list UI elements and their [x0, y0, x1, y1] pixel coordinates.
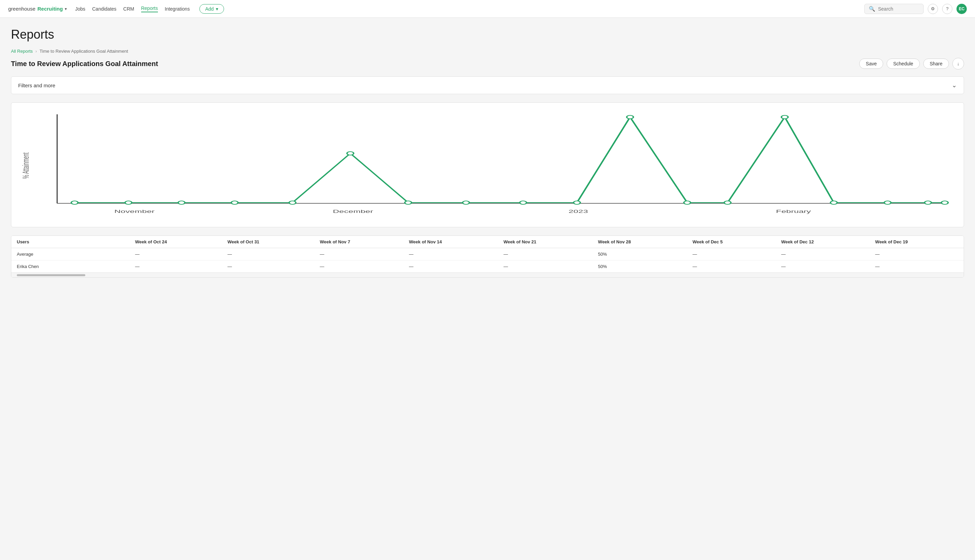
- col-header-users: Users: [11, 236, 129, 248]
- svg-point-8: [125, 201, 132, 204]
- svg-text:2023: 2023: [569, 209, 588, 213]
- col-header-nov7: Week of Nov 7: [314, 236, 403, 248]
- svg-text:November: November: [114, 209, 155, 213]
- breadcrumb-separator: ›: [36, 49, 37, 54]
- nav-candidates[interactable]: Candidates: [92, 6, 117, 12]
- svg-point-16: [574, 201, 580, 204]
- nav-crm[interactable]: CRM: [123, 6, 134, 12]
- col-header-nov21: Week of Nov 21: [498, 236, 593, 248]
- svg-point-9: [178, 201, 185, 204]
- row-erika-dec5: —: [687, 260, 776, 273]
- svg-text:% Attainment: % Attainment: [21, 152, 31, 179]
- col-header-oct24: Week of Oct 24: [129, 236, 222, 248]
- nav-jobs[interactable]: Jobs: [75, 6, 85, 12]
- svg-point-24: [942, 201, 948, 204]
- filters-bar[interactable]: Filters and more ⌄: [11, 76, 964, 94]
- row-erika-dec12: —: [776, 260, 870, 273]
- nav-reports[interactable]: Reports: [141, 5, 158, 12]
- filters-chevron-icon: ⌄: [952, 82, 957, 89]
- row-avg-nov21: —: [498, 248, 593, 260]
- line-chart: % Attainment November December 2023 Febr…: [17, 111, 958, 220]
- row-avg-oct31: —: [222, 248, 314, 260]
- col-header-nov28: Week of Nov 28: [593, 236, 687, 248]
- col-header-dec12: Week of Dec 12: [776, 236, 870, 248]
- help-button[interactable]: ?: [942, 4, 952, 14]
- col-header-oct31: Week of Oct 31: [222, 236, 314, 248]
- scrollbar-thumb[interactable]: [17, 274, 85, 276]
- share-button[interactable]: Share: [923, 58, 949, 69]
- row-erika-dec19: —: [870, 260, 964, 273]
- download-icon: ↓: [957, 61, 960, 67]
- add-label: Add: [205, 6, 214, 12]
- brand: greenhouse Recruiting ▾: [8, 6, 67, 12]
- col-header-dec5: Week of Dec 5: [687, 236, 776, 248]
- brand-greenhouse: greenhouse: [8, 6, 35, 12]
- nav-right: 🔍 ⚙ ? EC: [865, 4, 967, 14]
- col-header-nov14: Week of Nov 14: [403, 236, 498, 248]
- row-avg-nov28: 50%: [593, 248, 687, 260]
- download-button[interactable]: ↓: [952, 58, 964, 70]
- row-erika-nov14: —: [403, 260, 498, 273]
- row-avg-dec12: —: [776, 248, 870, 260]
- row-avg-dec5: —: [687, 248, 776, 260]
- svg-point-14: [463, 201, 469, 204]
- svg-point-22: [884, 201, 891, 204]
- report-title: Time to Review Applications Goal Attainm…: [11, 60, 158, 68]
- svg-point-23: [925, 201, 932, 204]
- svg-text:December: December: [333, 209, 373, 213]
- help-icon: ?: [946, 6, 948, 11]
- search-icon: 🔍: [869, 6, 875, 12]
- chart-container: % Attainment November December 2023 Febr…: [11, 102, 964, 227]
- breadcrumb: All Reports › Time to Review Application…: [11, 48, 964, 54]
- row-avg-nov14: —: [403, 248, 498, 260]
- settings-button[interactable]: ⚙: [928, 4, 938, 14]
- report-actions: Save Schedule Share ↓: [859, 58, 964, 70]
- table-header-row: Users Week of Oct 24 Week of Oct 31 Week…: [11, 236, 964, 248]
- page-title: Reports: [11, 27, 964, 42]
- save-button[interactable]: Save: [859, 58, 883, 69]
- row-erika-nov28: 50%: [593, 260, 687, 273]
- search-bar[interactable]: 🔍: [865, 4, 923, 14]
- row-avg-dec19: —: [870, 248, 964, 260]
- schedule-button[interactable]: Schedule: [886, 58, 920, 69]
- table-row: Average — — — — — 50% — — —: [11, 248, 964, 260]
- page: Reports All Reports › Time to Review App…: [0, 18, 975, 560]
- col-header-dec19: Week of Dec 19: [870, 236, 964, 248]
- row-user-average: Average: [11, 248, 129, 260]
- breadcrumb-current: Time to Review Applications Goal Attainm…: [40, 48, 128, 54]
- svg-point-17: [627, 115, 634, 119]
- svg-point-19: [724, 201, 731, 204]
- svg-point-7: [71, 201, 78, 204]
- horizontal-scrollbar[interactable]: [11, 272, 964, 277]
- nav-integrations[interactable]: Integrations: [165, 6, 190, 12]
- svg-point-12: [347, 152, 354, 155]
- report-header: Time to Review Applications Goal Attainm…: [11, 58, 964, 70]
- main-nav: greenhouse Recruiting ▾ Jobs Candidates …: [0, 0, 975, 18]
- svg-point-20: [781, 115, 788, 119]
- nav-links: Jobs Candidates CRM Reports Integrations: [75, 5, 190, 12]
- filters-label: Filters and more: [18, 82, 55, 88]
- svg-point-21: [830, 201, 837, 204]
- svg-point-10: [231, 201, 238, 204]
- row-erika-nov21: —: [498, 260, 593, 273]
- svg-point-11: [289, 201, 296, 204]
- row-erika-oct31: —: [222, 260, 314, 273]
- avatar[interactable]: EC: [957, 4, 967, 14]
- settings-icon: ⚙: [931, 6, 935, 11]
- svg-point-18: [684, 201, 691, 204]
- data-table: Users Week of Oct 24 Week of Oct 31 Week…: [11, 235, 964, 278]
- table-row: Erika Chen — — — — — 50% — — —: [11, 260, 964, 273]
- report-table: Users Week of Oct 24 Week of Oct 31 Week…: [11, 236, 964, 272]
- breadcrumb-all-reports[interactable]: All Reports: [11, 48, 33, 54]
- row-avg-oct24: —: [129, 248, 222, 260]
- row-erika-nov7: —: [314, 260, 403, 273]
- row-erika-oct24: —: [129, 260, 222, 273]
- search-input[interactable]: [878, 6, 919, 12]
- row-user-erika: Erika Chen: [11, 260, 129, 273]
- brand-recruiting: Recruiting: [37, 6, 63, 12]
- svg-point-15: [520, 201, 527, 204]
- brand-dropdown-icon[interactable]: ▾: [65, 7, 67, 11]
- svg-point-13: [405, 201, 412, 204]
- svg-text:February: February: [776, 209, 811, 213]
- add-button[interactable]: Add ▾: [199, 4, 224, 14]
